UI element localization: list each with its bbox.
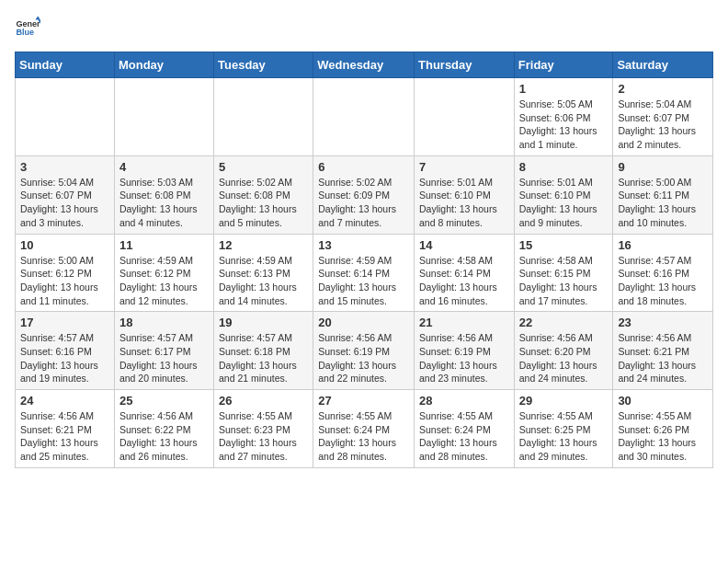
day-info-line: Sunset: 6:12 PM bbox=[119, 267, 209, 281]
day-info-line: Sunset: 6:06 PM bbox=[519, 111, 609, 125]
day-info-line: Daylight: 13 hours and 27 minutes. bbox=[219, 436, 308, 463]
day-info-line: Sunrise: 4:55 AM bbox=[618, 409, 708, 423]
day-number: 12 bbox=[219, 238, 308, 252]
calendar-cell: 20Sunrise: 4:56 AMSunset: 6:19 PMDayligh… bbox=[313, 312, 415, 390]
day-number: 30 bbox=[618, 394, 708, 408]
day-info-line: Sunset: 6:15 PM bbox=[519, 267, 609, 281]
day-number: 1 bbox=[519, 82, 609, 96]
day-number: 3 bbox=[20, 160, 109, 174]
day-info-line: Daylight: 13 hours and 18 minutes. bbox=[618, 281, 708, 307]
day-info-line: Sunrise: 4:59 AM bbox=[318, 254, 409, 268]
weekday-header-wednesday: Wednesday bbox=[313, 52, 415, 78]
day-info-line: Sunset: 6:16 PM bbox=[20, 345, 109, 359]
calendar-cell: 30Sunrise: 4:55 AMSunset: 6:26 PMDayligh… bbox=[613, 390, 713, 468]
day-info-line: Daylight: 13 hours and 2 minutes. bbox=[618, 124, 708, 151]
day-info-line: Daylight: 13 hours and 28 minutes. bbox=[419, 436, 509, 463]
day-number: 11 bbox=[119, 238, 209, 252]
weekday-header-sunday: Sunday bbox=[16, 52, 115, 78]
calendar-cell: 7Sunrise: 5:01 AMSunset: 6:10 PMDaylight… bbox=[415, 155, 515, 234]
day-number: 19 bbox=[219, 316, 308, 329]
calendar-cell bbox=[16, 78, 115, 156]
day-info-line: Sunset: 6:19 PM bbox=[419, 345, 509, 359]
day-info-line: Sunrise: 5:01 AM bbox=[519, 176, 609, 190]
calendar-cell: 18Sunrise: 4:57 AMSunset: 6:17 PMDayligh… bbox=[114, 312, 213, 390]
day-info-line: Sunrise: 4:56 AM bbox=[519, 331, 609, 345]
day-info-line: Sunrise: 5:03 AM bbox=[119, 176, 209, 190]
day-info-line: Sunset: 6:17 PM bbox=[119, 345, 209, 359]
day-number: 9 bbox=[618, 160, 708, 174]
day-info-line: Sunset: 6:20 PM bbox=[519, 345, 609, 359]
day-info-line: Sunrise: 4:57 AM bbox=[20, 331, 109, 345]
day-info-line: Sunset: 6:08 PM bbox=[219, 189, 308, 202]
day-info-line: Daylight: 13 hours and 26 minutes. bbox=[119, 436, 209, 463]
calendar-cell: 13Sunrise: 4:59 AMSunset: 6:14 PMDayligh… bbox=[313, 234, 415, 312]
day-info-line: Sunrise: 5:04 AM bbox=[20, 176, 109, 190]
day-info-line: Daylight: 13 hours and 3 minutes. bbox=[20, 202, 109, 229]
calendar-cell: 25Sunrise: 4:56 AMSunset: 6:22 PMDayligh… bbox=[114, 390, 213, 468]
calendar-week-row: 17Sunrise: 4:57 AMSunset: 6:16 PMDayligh… bbox=[16, 312, 713, 390]
calendar-cell: 26Sunrise: 4:55 AMSunset: 6:23 PMDayligh… bbox=[214, 390, 313, 468]
day-number: 20 bbox=[318, 316, 409, 329]
day-info-line: Daylight: 13 hours and 22 minutes. bbox=[318, 359, 409, 385]
day-info-line: Daylight: 13 hours and 4 minutes. bbox=[119, 202, 209, 229]
day-info-line: Sunrise: 4:55 AM bbox=[419, 409, 509, 423]
day-info-line: Daylight: 13 hours and 5 minutes. bbox=[219, 202, 308, 229]
day-number: 5 bbox=[219, 160, 308, 174]
day-info-line: Sunrise: 5:05 AM bbox=[519, 98, 609, 111]
day-info-line: Sunset: 6:13 PM bbox=[219, 267, 308, 281]
day-info-line: Daylight: 13 hours and 28 minutes. bbox=[318, 436, 409, 463]
svg-text:Blue: Blue bbox=[16, 28, 34, 37]
logo: General Blue bbox=[15, 15, 40, 40]
day-info-line: Daylight: 13 hours and 17 minutes. bbox=[519, 281, 609, 307]
weekday-header-thursday: Thursday bbox=[415, 52, 515, 78]
weekday-header-friday: Friday bbox=[514, 52, 613, 78]
day-number: 13 bbox=[318, 238, 409, 252]
day-number: 6 bbox=[318, 160, 409, 174]
day-info-line: Sunrise: 4:56 AM bbox=[318, 331, 409, 345]
day-info-line: Sunrise: 4:56 AM bbox=[618, 331, 708, 345]
calendar-cell: 17Sunrise: 4:57 AMSunset: 6:16 PMDayligh… bbox=[16, 312, 115, 390]
calendar-cell: 3Sunrise: 5:04 AMSunset: 6:07 PMDaylight… bbox=[16, 155, 115, 234]
page-header: General Blue bbox=[15, 15, 713, 40]
weekday-header-tuesday: Tuesday bbox=[214, 52, 313, 78]
day-info-line: Daylight: 13 hours and 15 minutes. bbox=[318, 281, 409, 307]
calendar-cell: 6Sunrise: 5:02 AMSunset: 6:09 PMDaylight… bbox=[313, 155, 415, 234]
day-info-line: Sunrise: 4:56 AM bbox=[20, 409, 109, 423]
day-info-line: Sunset: 6:23 PM bbox=[219, 423, 308, 437]
calendar-table: SundayMondayTuesdayWednesdayThursdayFrid… bbox=[15, 52, 713, 468]
day-info-line: Sunrise: 5:00 AM bbox=[20, 254, 109, 268]
calendar-cell: 12Sunrise: 4:59 AMSunset: 6:13 PMDayligh… bbox=[214, 234, 313, 312]
day-info-line: Sunrise: 5:00 AM bbox=[618, 176, 708, 190]
calendar-cell: 22Sunrise: 4:56 AMSunset: 6:20 PMDayligh… bbox=[514, 312, 613, 390]
day-info-line: Sunrise: 4:55 AM bbox=[318, 409, 409, 423]
calendar-cell: 28Sunrise: 4:55 AMSunset: 6:24 PMDayligh… bbox=[415, 390, 515, 468]
day-number: 7 bbox=[419, 160, 509, 174]
day-info-line: Sunset: 6:07 PM bbox=[20, 189, 109, 202]
day-info-line: Sunset: 6:14 PM bbox=[419, 267, 509, 281]
day-number: 14 bbox=[419, 238, 509, 252]
day-info-line: Sunset: 6:19 PM bbox=[318, 345, 409, 359]
svg-marker-2 bbox=[35, 16, 40, 19]
calendar-week-row: 3Sunrise: 5:04 AMSunset: 6:07 PMDaylight… bbox=[16, 155, 713, 234]
calendar-cell: 29Sunrise: 4:55 AMSunset: 6:25 PMDayligh… bbox=[514, 390, 613, 468]
day-info-line: Daylight: 13 hours and 10 minutes. bbox=[618, 202, 708, 229]
day-info-line: Sunrise: 5:02 AM bbox=[219, 176, 308, 190]
day-info-line: Sunset: 6:11 PM bbox=[618, 189, 708, 202]
day-number: 24 bbox=[20, 394, 109, 408]
calendar-cell bbox=[415, 78, 515, 156]
day-info-line: Daylight: 13 hours and 7 minutes. bbox=[318, 202, 409, 229]
day-info-line: Sunset: 6:25 PM bbox=[519, 423, 609, 437]
day-info-line: Daylight: 13 hours and 16 minutes. bbox=[419, 281, 509, 307]
day-info-line: Sunrise: 4:56 AM bbox=[119, 409, 209, 423]
day-info-line: Sunset: 6:24 PM bbox=[318, 423, 409, 437]
day-info-line: Sunrise: 4:57 AM bbox=[618, 254, 708, 268]
day-info-line: Sunset: 6:10 PM bbox=[519, 189, 609, 202]
day-info-line: Sunrise: 5:04 AM bbox=[618, 98, 708, 111]
day-info-line: Daylight: 13 hours and 30 minutes. bbox=[618, 436, 708, 463]
day-info-line: Daylight: 13 hours and 12 minutes. bbox=[119, 281, 209, 307]
day-number: 29 bbox=[519, 394, 609, 408]
calendar-week-row: 10Sunrise: 5:00 AMSunset: 6:12 PMDayligh… bbox=[16, 234, 713, 312]
day-number: 4 bbox=[119, 160, 209, 174]
calendar-cell: 9Sunrise: 5:00 AMSunset: 6:11 PMDaylight… bbox=[613, 155, 713, 234]
calendar-cell: 19Sunrise: 4:57 AMSunset: 6:18 PMDayligh… bbox=[214, 312, 313, 390]
